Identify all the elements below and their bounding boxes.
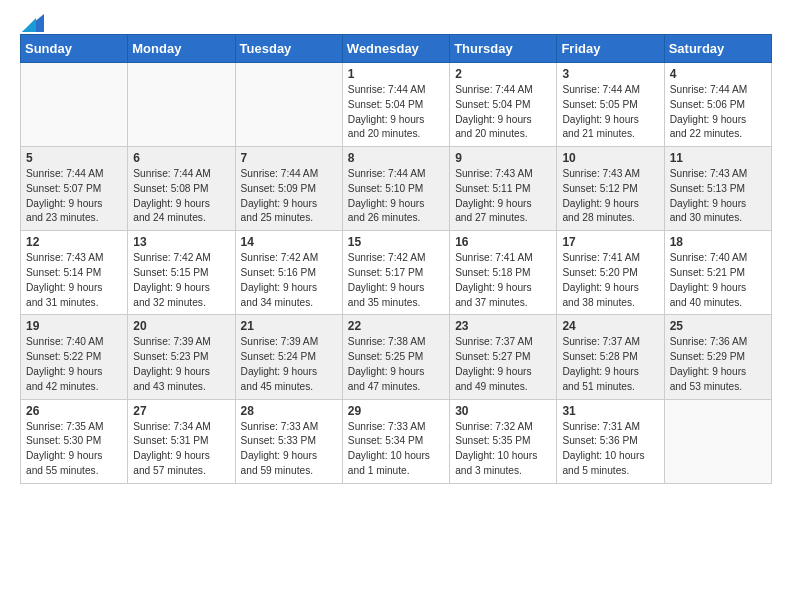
calendar-cell: 11Sunrise: 7:43 AM Sunset: 5:13 PM Dayli… [664,147,771,231]
day-info: Sunrise: 7:36 AM Sunset: 5:29 PM Dayligh… [670,335,766,394]
calendar-table: SundayMondayTuesdayWednesdayThursdayFrid… [20,34,772,484]
day-number: 28 [241,404,337,418]
calendar-cell: 5Sunrise: 7:44 AM Sunset: 5:07 PM Daylig… [21,147,128,231]
day-number: 27 [133,404,229,418]
calendar-cell: 22Sunrise: 7:38 AM Sunset: 5:25 PM Dayli… [342,315,449,399]
calendar-header-wednesday: Wednesday [342,35,449,63]
day-number: 15 [348,235,444,249]
day-info: Sunrise: 7:34 AM Sunset: 5:31 PM Dayligh… [133,420,229,479]
calendar-week-row: 5Sunrise: 7:44 AM Sunset: 5:07 PM Daylig… [21,147,772,231]
calendar-cell: 8Sunrise: 7:44 AM Sunset: 5:10 PM Daylig… [342,147,449,231]
calendar-cell: 7Sunrise: 7:44 AM Sunset: 5:09 PM Daylig… [235,147,342,231]
calendar-cell: 14Sunrise: 7:42 AM Sunset: 5:16 PM Dayli… [235,231,342,315]
calendar-header-monday: Monday [128,35,235,63]
calendar-cell: 31Sunrise: 7:31 AM Sunset: 5:36 PM Dayli… [557,399,664,483]
day-info: Sunrise: 7:42 AM Sunset: 5:17 PM Dayligh… [348,251,444,310]
day-number: 1 [348,67,444,81]
day-number: 14 [241,235,337,249]
calendar-cell: 12Sunrise: 7:43 AM Sunset: 5:14 PM Dayli… [21,231,128,315]
day-info: Sunrise: 7:44 AM Sunset: 5:07 PM Dayligh… [26,167,122,226]
day-info: Sunrise: 7:33 AM Sunset: 5:34 PM Dayligh… [348,420,444,479]
calendar-cell: 3Sunrise: 7:44 AM Sunset: 5:05 PM Daylig… [557,63,664,147]
calendar-cell: 27Sunrise: 7:34 AM Sunset: 5:31 PM Dayli… [128,399,235,483]
day-number: 21 [241,319,337,333]
day-info: Sunrise: 7:37 AM Sunset: 5:27 PM Dayligh… [455,335,551,394]
calendar-cell: 23Sunrise: 7:37 AM Sunset: 5:27 PM Dayli… [450,315,557,399]
day-number: 23 [455,319,551,333]
calendar-cell: 4Sunrise: 7:44 AM Sunset: 5:06 PM Daylig… [664,63,771,147]
day-info: Sunrise: 7:39 AM Sunset: 5:23 PM Dayligh… [133,335,229,394]
day-number: 30 [455,404,551,418]
day-number: 24 [562,319,658,333]
day-number: 26 [26,404,122,418]
calendar-header-saturday: Saturday [664,35,771,63]
day-number: 10 [562,151,658,165]
day-number: 3 [562,67,658,81]
calendar-cell: 30Sunrise: 7:32 AM Sunset: 5:35 PM Dayli… [450,399,557,483]
calendar-cell [235,63,342,147]
calendar-cell: 28Sunrise: 7:33 AM Sunset: 5:33 PM Dayli… [235,399,342,483]
day-info: Sunrise: 7:38 AM Sunset: 5:25 PM Dayligh… [348,335,444,394]
calendar-header-sunday: Sunday [21,35,128,63]
page-header [20,10,772,28]
svg-marker-1 [22,18,36,32]
day-info: Sunrise: 7:41 AM Sunset: 5:18 PM Dayligh… [455,251,551,310]
calendar-cell: 10Sunrise: 7:43 AM Sunset: 5:12 PM Dayli… [557,147,664,231]
day-number: 25 [670,319,766,333]
day-info: Sunrise: 7:37 AM Sunset: 5:28 PM Dayligh… [562,335,658,394]
day-info: Sunrise: 7:44 AM Sunset: 5:04 PM Dayligh… [455,83,551,142]
calendar-week-row: 12Sunrise: 7:43 AM Sunset: 5:14 PM Dayli… [21,231,772,315]
day-info: Sunrise: 7:44 AM Sunset: 5:06 PM Dayligh… [670,83,766,142]
day-number: 22 [348,319,444,333]
day-number: 11 [670,151,766,165]
calendar-cell: 13Sunrise: 7:42 AM Sunset: 5:15 PM Dayli… [128,231,235,315]
day-number: 17 [562,235,658,249]
day-info: Sunrise: 7:42 AM Sunset: 5:16 PM Dayligh… [241,251,337,310]
day-number: 2 [455,67,551,81]
day-number: 7 [241,151,337,165]
day-number: 9 [455,151,551,165]
day-info: Sunrise: 7:40 AM Sunset: 5:21 PM Dayligh… [670,251,766,310]
day-info: Sunrise: 7:39 AM Sunset: 5:24 PM Dayligh… [241,335,337,394]
day-info: Sunrise: 7:33 AM Sunset: 5:33 PM Dayligh… [241,420,337,479]
day-info: Sunrise: 7:44 AM Sunset: 5:09 PM Dayligh… [241,167,337,226]
calendar-cell: 19Sunrise: 7:40 AM Sunset: 5:22 PM Dayli… [21,315,128,399]
calendar-cell [664,399,771,483]
calendar-cell: 6Sunrise: 7:44 AM Sunset: 5:08 PM Daylig… [128,147,235,231]
calendar-cell: 25Sunrise: 7:36 AM Sunset: 5:29 PM Dayli… [664,315,771,399]
day-info: Sunrise: 7:42 AM Sunset: 5:15 PM Dayligh… [133,251,229,310]
day-info: Sunrise: 7:44 AM Sunset: 5:04 PM Dayligh… [348,83,444,142]
calendar-cell: 15Sunrise: 7:42 AM Sunset: 5:17 PM Dayli… [342,231,449,315]
calendar-cell: 21Sunrise: 7:39 AM Sunset: 5:24 PM Dayli… [235,315,342,399]
calendar-cell: 16Sunrise: 7:41 AM Sunset: 5:18 PM Dayli… [450,231,557,315]
calendar-cell: 20Sunrise: 7:39 AM Sunset: 5:23 PM Dayli… [128,315,235,399]
calendar-cell: 17Sunrise: 7:41 AM Sunset: 5:20 PM Dayli… [557,231,664,315]
day-info: Sunrise: 7:35 AM Sunset: 5:30 PM Dayligh… [26,420,122,479]
calendar-cell: 18Sunrise: 7:40 AM Sunset: 5:21 PM Dayli… [664,231,771,315]
day-number: 16 [455,235,551,249]
day-info: Sunrise: 7:41 AM Sunset: 5:20 PM Dayligh… [562,251,658,310]
logo-icon [22,14,44,32]
day-info: Sunrise: 7:31 AM Sunset: 5:36 PM Dayligh… [562,420,658,479]
day-info: Sunrise: 7:44 AM Sunset: 5:08 PM Dayligh… [133,167,229,226]
calendar-header-row: SundayMondayTuesdayWednesdayThursdayFrid… [21,35,772,63]
day-number: 29 [348,404,444,418]
calendar-header-thursday: Thursday [450,35,557,63]
day-info: Sunrise: 7:43 AM Sunset: 5:11 PM Dayligh… [455,167,551,226]
day-number: 6 [133,151,229,165]
calendar-week-row: 1Sunrise: 7:44 AM Sunset: 5:04 PM Daylig… [21,63,772,147]
day-number: 5 [26,151,122,165]
day-number: 8 [348,151,444,165]
calendar-cell: 26Sunrise: 7:35 AM Sunset: 5:30 PM Dayli… [21,399,128,483]
day-info: Sunrise: 7:44 AM Sunset: 5:05 PM Dayligh… [562,83,658,142]
day-info: Sunrise: 7:44 AM Sunset: 5:10 PM Dayligh… [348,167,444,226]
day-info: Sunrise: 7:43 AM Sunset: 5:14 PM Dayligh… [26,251,122,310]
calendar-week-row: 26Sunrise: 7:35 AM Sunset: 5:30 PM Dayli… [21,399,772,483]
day-info: Sunrise: 7:43 AM Sunset: 5:13 PM Dayligh… [670,167,766,226]
calendar-cell: 1Sunrise: 7:44 AM Sunset: 5:04 PM Daylig… [342,63,449,147]
day-info: Sunrise: 7:32 AM Sunset: 5:35 PM Dayligh… [455,420,551,479]
day-info: Sunrise: 7:43 AM Sunset: 5:12 PM Dayligh… [562,167,658,226]
day-number: 19 [26,319,122,333]
day-number: 12 [26,235,122,249]
day-number: 20 [133,319,229,333]
